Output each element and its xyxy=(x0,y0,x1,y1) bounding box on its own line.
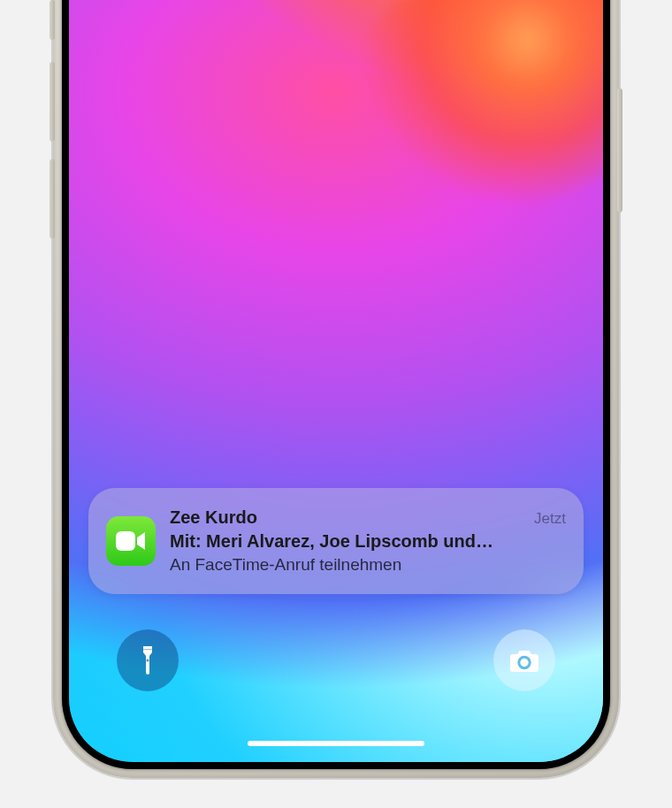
facetime-notification[interactable]: Zee Kurdo Jetzt Mit: Meri Alvarez, Joe L… xyxy=(88,488,584,594)
notification-title: Zee Kurdo xyxy=(170,506,257,530)
svg-rect-2 xyxy=(143,649,152,650)
notification-timestamp: Jetzt xyxy=(534,509,566,530)
notification-content: Zee Kurdo Jetzt Mit: Meri Alvarez, Joe L… xyxy=(170,506,566,576)
volume-up-button xyxy=(50,62,55,141)
lock-screen[interactable]: Zee Kurdo Jetzt Mit: Meri Alvarez, Joe L… xyxy=(69,0,603,762)
power-button xyxy=(617,88,622,212)
mute-switch xyxy=(50,0,55,40)
camera-icon xyxy=(509,645,539,675)
flashlight-button[interactable] xyxy=(117,629,179,691)
volume-down-button xyxy=(50,159,55,239)
notification-subtitle: Mit: Meri Alvarez, Joe Lipscomb und… xyxy=(170,530,566,553)
home-indicator[interactable] xyxy=(248,741,424,746)
camera-button[interactable] xyxy=(493,629,555,691)
facetime-icon xyxy=(106,516,156,566)
phone-bezel: Zee Kurdo Jetzt Mit: Meri Alvarez, Joe L… xyxy=(62,0,610,769)
svg-point-1 xyxy=(146,659,149,661)
notification-body: An FaceTime-Anruf teilnehmen xyxy=(170,553,566,576)
iphone-device-frame: Zee Kurdo Jetzt Mit: Meri Alvarez, Joe L… xyxy=(53,0,619,778)
flashlight-icon xyxy=(133,645,163,675)
svg-rect-0 xyxy=(116,531,135,551)
